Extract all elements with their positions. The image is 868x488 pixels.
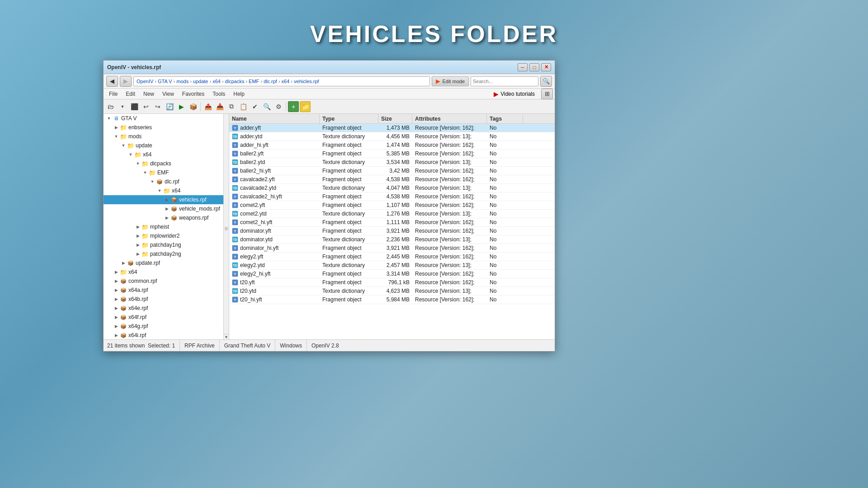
- tree-toggle-x64_update[interactable]: ▼: [127, 150, 134, 159]
- tree-item-mods[interactable]: ▼📁mods: [104, 132, 229, 141]
- toolbar-copy-btn[interactable]: ⧉: [226, 101, 237, 112]
- tree-item-x64e[interactable]: ▶📦x64e.rpf: [104, 304, 229, 313]
- tree-toggle-x64_dlc[interactable]: ▼: [156, 186, 163, 195]
- tree-toggle-x64i[interactable]: ▶: [113, 331, 120, 339]
- toolbar-paste-btn[interactable]: 📋: [238, 101, 249, 112]
- file-row[interactable]: Yelegy2.yftFragment object2,445 MBResour…: [229, 253, 555, 261]
- tree-item-update_rpf[interactable]: ▶📦update.rpf: [104, 258, 229, 267]
- toolbar-refresh-btn[interactable]: 🔄: [164, 101, 175, 112]
- file-row[interactable]: Ycomet2.yftFragment object1,107 MBResour…: [229, 201, 555, 210]
- tree-item-update[interactable]: ▼📁update: [104, 141, 229, 150]
- tree-toggle-x64b[interactable]: ▶: [113, 295, 120, 304]
- tree-toggle-update_rpf[interactable]: ▶: [120, 258, 127, 267]
- tree-toggle-vehicle_mods_rpf[interactable]: ▶: [163, 204, 170, 213]
- tree-toggle-update[interactable]: ▼: [120, 141, 127, 150]
- toolbar-icon2[interactable]: ⬛: [129, 101, 140, 112]
- tree-toggle-emf[interactable]: ▼: [142, 168, 149, 177]
- search-input[interactable]: [471, 76, 538, 86]
- tree-toggle-mods[interactable]: ▼: [113, 132, 120, 141]
- tree-item-x64b[interactable]: ▶📦x64b.rpf: [104, 295, 229, 304]
- file-row[interactable]: Yballer2_hi.yftFragment object3,42 MBRes…: [229, 167, 555, 175]
- file-row[interactable]: Yballer2.yftFragment object5,385 MBResou…: [229, 150, 555, 158]
- search-button[interactable]: 🔍: [540, 76, 552, 87]
- breadcrumb-x64-2[interactable]: x64: [282, 79, 290, 84]
- forward-button[interactable]: ▶: [120, 76, 132, 87]
- toolbar-icon4[interactable]: ↪: [152, 101, 163, 112]
- tree-item-vehicles_rpf[interactable]: ▶📦vehicles.rpf: [104, 195, 229, 204]
- tree-item-emf[interactable]: ▼📁EMF: [104, 168, 229, 177]
- file-row[interactable]: TDcomet2.ytdTexture dictionary1,276 MBRe…: [229, 210, 555, 218]
- tree-item-common_rpf[interactable]: ▶📦common.rpf: [104, 277, 229, 286]
- tree-toggle-gta_v[interactable]: ▼: [105, 114, 113, 123]
- tree-item-x64i[interactable]: ▶📦x64i.rpf: [104, 331, 229, 339]
- tree-item-patchday1ng[interactable]: ▶📁patchday1ng: [104, 240, 229, 249]
- toolbar-icon3[interactable]: ↩: [141, 101, 151, 112]
- menu-edit[interactable]: Edit: [122, 90, 139, 98]
- toolbar-import-btn[interactable]: 📥: [214, 101, 225, 112]
- file-row[interactable]: TDelegy2.ytdTexture dictionary2,457 MBRe…: [229, 261, 555, 270]
- tree-toggle-patchday1ng[interactable]: ▶: [134, 240, 142, 249]
- tree-item-x64_update[interactable]: ▼📁x64: [104, 150, 229, 159]
- tree-toggle-x64f[interactable]: ▶: [113, 313, 120, 322]
- col-tags[interactable]: Tags: [487, 114, 523, 123]
- file-row[interactable]: Ycavalcade2.yftFragment object4,538 MBRe…: [229, 175, 555, 184]
- col-size[interactable]: Size: [378, 114, 412, 123]
- tree-item-weapons_rpf[interactable]: ▶📦weapons.rpf: [104, 213, 229, 222]
- tree-item-enbseries[interactable]: ▶📁enbseries: [104, 123, 229, 132]
- breadcrumb-gtav[interactable]: GTA V: [158, 79, 172, 84]
- edit-mode-button[interactable]: ▶ Edit mode: [432, 76, 469, 86]
- video-tutorials-button[interactable]: ▶ Video tutorials: [490, 90, 538, 98]
- toolbar-play-btn[interactable]: ▶: [176, 101, 187, 112]
- file-row[interactable]: Ydominator_hi.yftFragment object3,921 MB…: [229, 244, 555, 253]
- breadcrumb-openiv[interactable]: OpenIV: [137, 79, 153, 84]
- tree-item-x64_root[interactable]: ▶📁x64: [104, 267, 229, 277]
- file-row[interactable]: Yelegy2_hi.yftFragment object3,314 MBRes…: [229, 270, 555, 278]
- breadcrumb[interactable]: OpenIV › GTA V › mods › update › x64 › d…: [133, 76, 430, 86]
- toolbar-add-btn[interactable]: +: [288, 101, 299, 112]
- tree-toggle-common_rpf[interactable]: ▶: [113, 277, 120, 286]
- tree-item-x64_dlc[interactable]: ▼📁x64: [104, 186, 229, 195]
- tree-item-dlcpacks[interactable]: ▼📁dlcpacks: [104, 159, 229, 168]
- file-row[interactable]: Ydominator.yftFragment object3,921 MBRes…: [229, 227, 555, 235]
- file-row[interactable]: Yadder.yftFragment object1,473 MBResourc…: [229, 124, 555, 132]
- tree-toggle-dlc_rpf[interactable]: ▼: [149, 177, 156, 186]
- file-row[interactable]: TDcavalcade2.ytdTexture dictionary4,047 …: [229, 184, 555, 192]
- breadcrumb-dlcpacks[interactable]: dlcpacks: [225, 79, 245, 84]
- tree-toggle-weapons_rpf[interactable]: ▶: [163, 213, 170, 222]
- tree-toggle-x64e[interactable]: ▶: [113, 304, 120, 313]
- breadcrumb-update[interactable]: update: [193, 79, 208, 84]
- close-button[interactable]: ✕: [541, 63, 551, 71]
- menu-view[interactable]: View: [159, 90, 178, 98]
- toolbar-folder-btn[interactable]: 📁: [300, 101, 311, 112]
- menu-help[interactable]: Help: [230, 90, 248, 98]
- layout-options-button[interactable]: ⊞: [541, 89, 553, 99]
- tree-toggle-x64a[interactable]: ▶: [113, 286, 120, 295]
- col-attributes[interactable]: Attributes: [412, 114, 487, 123]
- tree-toggle-mplowrider2[interactable]: ▶: [134, 231, 142, 240]
- tree-toggle-enbseries[interactable]: ▶: [113, 123, 120, 132]
- tree-item-mpheist[interactable]: ▶📁mpheist: [104, 222, 229, 231]
- file-row[interactable]: Yt20_hi.yftFragment object5,984 MBResour…: [229, 296, 555, 304]
- file-row[interactable]: TDadder.ytdTexture dictionary4,456 MBRes…: [229, 132, 555, 141]
- tree-item-vehicle_mods_rpf[interactable]: ▶📦vehicle_mods.rpf: [104, 204, 229, 213]
- tree-toggle-x64_root[interactable]: ▶: [113, 267, 120, 277]
- tree-item-mplowrider2[interactable]: ▶📁mplowrider2: [104, 231, 229, 240]
- tree-item-dlc_rpf[interactable]: ▼📦dlc.rpf: [104, 177, 229, 186]
- toolbar-extract-btn[interactable]: 📤: [203, 101, 213, 112]
- menu-tools[interactable]: Tools: [209, 90, 229, 98]
- tree-toggle-dlcpacks[interactable]: ▼: [134, 159, 142, 168]
- tree-scrollbar[interactable]: ▼: [223, 114, 229, 339]
- file-row[interactable]: TDballer2.ytdTexture dictionary3,534 MBR…: [229, 158, 555, 167]
- tree-toggle-patchday2ng[interactable]: ▶: [134, 249, 142, 258]
- tree-toggle-vehicles_rpf[interactable]: ▶: [163, 195, 170, 204]
- tree-item-x64a[interactable]: ▶📦x64a.rpf: [104, 286, 229, 295]
- tree-scroll-down[interactable]: ▼: [224, 334, 229, 339]
- tree-item-gta_v[interactable]: ▼🖥GTA V: [104, 114, 229, 123]
- file-row[interactable]: TDdominator.ytdTexture dictionary2,236 M…: [229, 235, 555, 244]
- tree-item-x64g[interactable]: ▶📦x64g.rpf: [104, 322, 229, 331]
- toolbar-icon11[interactable]: ⚙: [273, 101, 284, 112]
- menu-new[interactable]: New: [140, 90, 158, 98]
- file-row[interactable]: Ycavalcade2_hi.yftFragment object4,538 M…: [229, 192, 555, 201]
- toolbar-archive-btn[interactable]: 📦: [188, 101, 198, 112]
- tree-item-x64f[interactable]: ▶📦x64f.rpf: [104, 313, 229, 322]
